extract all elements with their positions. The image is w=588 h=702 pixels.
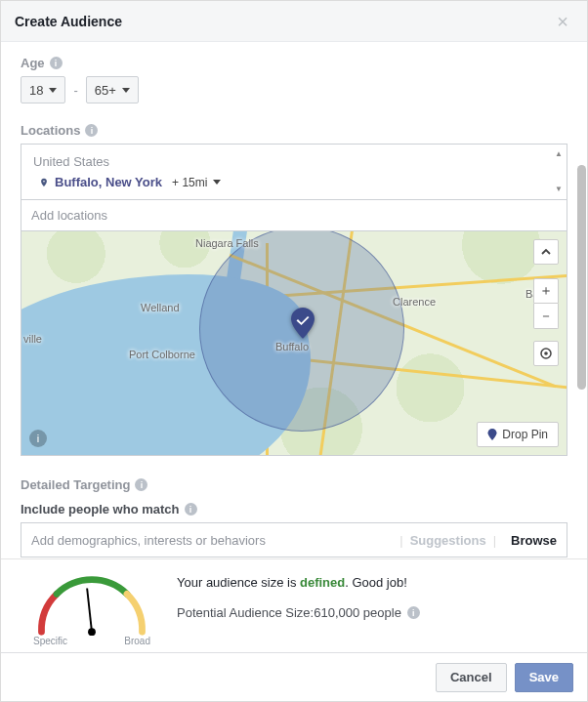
map-city-label: ville — [23, 333, 42, 345]
svg-point-3 — [88, 628, 96, 636]
chevron-up-icon — [540, 246, 552, 258]
locations-box: United States Buffalo, New York + 15mi ▲… — [21, 144, 567, 231]
info-icon[interactable]: i — [135, 478, 147, 491]
plus-icon: ＋ — [539, 282, 553, 300]
map-pin-icon — [291, 308, 315, 339]
age-label: Age i — [21, 56, 567, 70]
age-min-select[interactable]: 18 — [21, 76, 65, 103]
detailed-targeting-input[interactable]: Add demographics, interests or behaviors… — [21, 522, 567, 557]
info-icon[interactable]: i — [407, 606, 420, 619]
gauge-label-broad: Broad — [124, 636, 150, 646]
summary-defined: defined — [300, 575, 345, 590]
age-min-value: 18 — [29, 83, 43, 98]
create-audience-modal: Create Audience × Age i 18 - 65+ Locatio… — [0, 0, 588, 702]
audience-summary: Specific Broad Your audience size is def… — [1, 558, 587, 652]
location-country: United States — [33, 154, 555, 169]
age-label-text: Age — [21, 56, 45, 70]
detailed-targeting-label-text: Detailed Targeting — [21, 477, 130, 492]
locate-me-button[interactable] — [533, 341, 559, 366]
summary-suffix: . Good job! — [345, 575, 407, 590]
minus-icon: － — [539, 308, 553, 325]
include-match-text: Include people who match — [21, 502, 180, 516]
locations-map[interactable]: Buffalo Niagara Falls Welland Port Colbo… — [21, 231, 567, 456]
gauge-label-specific: Specific — [33, 636, 67, 646]
zoom-out-button[interactable]: － — [533, 304, 559, 329]
audience-gauge: Specific Broad — [19, 571, 165, 646]
detailed-targeting-section: Detailed Targeting i Include people who … — [21, 477, 567, 557]
map-collapse-button[interactable] — [533, 239, 559, 265]
chevron-down-icon — [49, 88, 57, 93]
svg-point-1 — [544, 351, 548, 355]
zoom-in-button[interactable]: ＋ — [533, 278, 559, 304]
gauge-icon — [28, 571, 155, 640]
location-item[interactable]: Buffalo, New York + 15mi — [39, 175, 555, 189]
map-city-label: Clarence — [393, 296, 436, 308]
age-range-dash: - — [73, 83, 77, 98]
modal-footer: Cancel Save — [1, 652, 587, 701]
age-max-select[interactable]: 65+ — [86, 76, 139, 103]
svg-line-2 — [87, 589, 92, 633]
map-city-label: Port Colborne — [129, 349, 195, 360]
info-icon[interactable]: i — [185, 503, 197, 516]
chevron-down-icon — [122, 88, 130, 93]
location-distance-value: + 15mi — [172, 176, 207, 189]
audience-summary-text: Your audience size is defined. Good job!… — [177, 571, 569, 620]
age-max-value: 65+ — [95, 83, 116, 98]
drop-pin-button[interactable]: Drop Pin — [477, 422, 559, 447]
locations-list: United States Buffalo, New York + 15mi ▲… — [21, 145, 567, 199]
detailed-targeting-label: Detailed Targeting i — [21, 477, 567, 492]
info-icon[interactable]: i — [50, 57, 63, 69]
include-match-label: Include people who match i — [21, 502, 567, 516]
map-city-label: Niagara Falls — [195, 237, 259, 249]
modal-title: Create Audience — [15, 14, 122, 29]
detailed-targeting-actions: | Suggestions | Browse — [397, 533, 557, 548]
pin-icon — [39, 178, 49, 187]
summary-prefix: Your audience size is — [177, 575, 300, 590]
map-city-label: Welland — [141, 302, 180, 313]
info-icon[interactable]: i — [85, 124, 98, 137]
age-row: 18 - 65+ — [21, 76, 567, 103]
potential-label: Potential Audience Size: — [177, 605, 314, 620]
inner-scroll[interactable]: ▲▼ — [553, 150, 565, 193]
pin-icon — [487, 429, 497, 440]
map-info-icon[interactable]: i — [29, 430, 47, 447]
browse-button[interactable]: Browse — [503, 533, 557, 548]
suggestions-button[interactable]: Suggestions — [410, 533, 486, 548]
add-location-input[interactable]: Add locations — [21, 199, 567, 230]
locations-label: Locations i — [21, 123, 567, 138]
map-city-label: Buffalo — [275, 341, 309, 352]
scrollbar[interactable] — [577, 165, 586, 390]
locations-label-text: Locations — [21, 123, 80, 138]
cancel-button[interactable]: Cancel — [436, 663, 507, 692]
detailed-targeting-placeholder: Add demographics, interests or behaviors — [31, 533, 266, 548]
drop-pin-label: Drop Pin — [502, 428, 548, 441]
modal-body: Age i 18 - 65+ Locations i United States — [1, 42, 587, 558]
modal-header: Create Audience × — [1, 1, 587, 42]
close-icon[interactable]: × — [552, 11, 573, 32]
potential-value: 610,000 people — [314, 605, 401, 620]
location-place-name: Buffalo, New York — [55, 175, 162, 189]
crosshair-icon — [538, 346, 554, 361]
save-button[interactable]: Save — [515, 663, 573, 692]
chevron-down-icon — [213, 180, 221, 185]
location-distance-select[interactable]: + 15mi — [172, 176, 221, 189]
